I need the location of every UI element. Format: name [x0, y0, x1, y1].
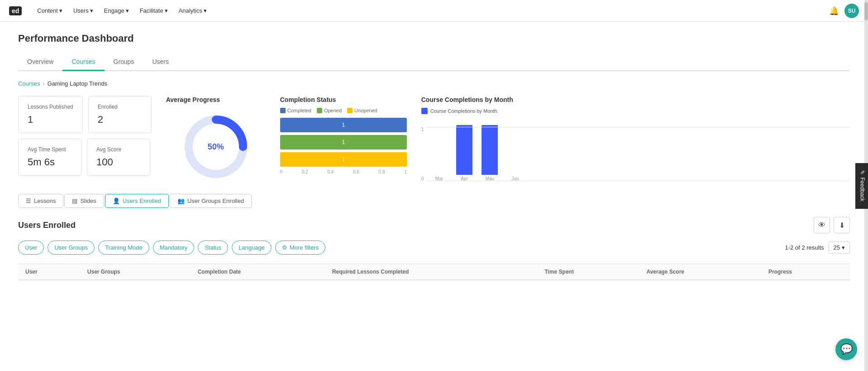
users-enrolled-table: User User Groups Completion Date Require…	[18, 264, 850, 280]
stat-lessons-published: Lessons Published 1	[18, 96, 83, 133]
nav-analytics[interactable]: Analytics ▾	[174, 5, 211, 17]
col-progress: Progress	[761, 264, 850, 280]
stat-avg-score-label: Avg Score	[96, 146, 141, 153]
bar-may-fill	[482, 125, 498, 175]
sub-tab-users-enrolled-label: Users Enrolled	[123, 198, 161, 204]
bar-track-unopened: 1	[280, 152, 407, 167]
stat-avg-score-value: 100	[96, 156, 141, 168]
filter-language-label: Language	[238, 244, 265, 251]
completion-status-title: Completion Status	[280, 96, 407, 103]
avatar[interactable]: SU	[844, 4, 859, 18]
grid-top	[426, 127, 850, 127]
page-size-select[interactable]: 25 ▾	[829, 241, 850, 254]
download-button[interactable]: ⬇	[834, 217, 850, 233]
stat-avg-time: Avg Time Spent 5m 6s	[18, 139, 81, 176]
col-required-lessons: Required Lessons Completed	[325, 264, 538, 280]
bar-jun: Jun	[507, 175, 523, 181]
legend-opened: Opened	[317, 108, 342, 113]
main-content: Performance Dashboard Overview Courses G…	[0, 22, 868, 371]
sub-tabs: ☰ Lessons ▤ Slides 👤 Users Enrolled 👥 Us…	[18, 194, 850, 208]
nav-content[interactable]: Content ▾	[33, 5, 67, 17]
bar-track-completed: 1	[280, 118, 407, 132]
y-axis: 1 0	[421, 127, 424, 181]
legend-opened-label: Opened	[324, 108, 342, 113]
sub-tab-lessons-label: Lessons	[34, 198, 56, 204]
nav-facilitate[interactable]: Facilitate ▾	[135, 5, 172, 17]
slides-icon: ▤	[72, 198, 77, 204]
legend-completed: Completed	[280, 108, 311, 113]
eye-icon: 👁	[818, 221, 825, 229]
feedback-button[interactable]: ✎ Feedback	[856, 163, 868, 208]
breadcrumb: Courses › Gaming Laptop Trends	[18, 80, 850, 87]
user-groups-icon: 👥	[177, 198, 185, 204]
stat-enrolled-label: Enrolled	[98, 104, 142, 110]
filter-status-button[interactable]: Status	[198, 241, 228, 255]
legend-unopened-dot	[347, 108, 353, 113]
bar-fill-unopened: 1	[280, 152, 407, 167]
sub-tab-user-groups-enrolled[interactable]: 👥 User Groups Enrolled	[170, 194, 252, 208]
nav-menu: Content ▾ Users ▾ Engage ▾ Facilitate ▾ …	[33, 5, 829, 17]
bar-fill-completed: 1	[280, 118, 407, 132]
legend-completed-dot	[280, 108, 286, 113]
legend-unopened-label: Unopened	[354, 108, 377, 113]
chat-icon: 💬	[840, 343, 853, 355]
tab-bar: Overview Courses Groups Users	[18, 53, 850, 71]
eye-toggle-button[interactable]: 👁	[814, 217, 830, 233]
filter-training-mode-label: Training Mode	[105, 244, 143, 251]
scrollbar-thumb[interactable]	[864, 2, 868, 20]
users-enrolled-icon: 👤	[113, 198, 120, 204]
vertical-bar-chart: 1 0 Mar Apr	[421, 118, 850, 181]
feedback-label: Feedback	[859, 177, 866, 201]
tab-courses[interactable]: Courses	[62, 53, 104, 71]
sub-tab-slides[interactable]: ▤ Slides	[64, 194, 104, 208]
completion-legend: Completed Opened Unopened	[280, 108, 407, 113]
filter-user-groups-button[interactable]: User Groups	[48, 241, 95, 255]
stat-lessons-label: Lessons Published	[28, 104, 73, 110]
tab-groups[interactable]: Groups	[105, 53, 143, 71]
chevron-down-icon: ▾	[842, 244, 845, 251]
table-header-row: User User Groups Completion Date Require…	[18, 264, 850, 280]
avg-progress-section: Average Progress 50%	[166, 96, 266, 183]
app-logo[interactable]: ed	[9, 6, 22, 15]
section-actions: 👁 ⬇	[814, 217, 850, 233]
bar-apr: Apr	[456, 125, 472, 181]
tab-overview[interactable]: Overview	[18, 53, 62, 71]
filter-status-label: Status	[205, 244, 221, 251]
completions-legend-label: Course Completions by Month	[430, 108, 497, 114]
bar-track-opened: 1	[280, 135, 407, 149]
notification-bell-icon[interactable]: 🔔	[829, 6, 839, 16]
nav-right: 🔔 SU	[829, 4, 859, 18]
x-axis: 0 0.2 0.4 0.6 0.8 1	[280, 169, 407, 174]
col-time-spent: Time Spent	[537, 264, 639, 280]
breadcrumb-parent[interactable]: Courses	[18, 80, 40, 87]
filter-more-label: More filters	[290, 244, 319, 251]
sub-tab-lessons[interactable]: ☰ Lessons	[18, 194, 63, 208]
sub-tab-user-groups-label: User Groups Enrolled	[187, 198, 244, 204]
nav-engage[interactable]: Engage ▾	[100, 5, 134, 17]
results-info: 1-2 of 2 results 25 ▾	[785, 241, 850, 254]
page-title: Performance Dashboard	[18, 33, 850, 44]
filter-user-button[interactable]: User	[18, 241, 44, 255]
filter-language-button[interactable]: Language	[232, 241, 272, 255]
tab-users[interactable]: Users	[143, 53, 178, 71]
filter-row: User User Groups Training Mode Mandatory…	[18, 241, 850, 255]
bar-may: May	[482, 125, 498, 181]
sub-tab-users-enrolled[interactable]: 👤 Users Enrolled	[105, 194, 169, 208]
breadcrumb-current: Gaming Laptop Trends	[48, 80, 107, 87]
legend-unopened: Unopened	[347, 108, 377, 113]
bar-apr-fill	[456, 125, 472, 175]
filter-more-filters-button[interactable]: ⚙ More filters	[275, 241, 325, 255]
sub-tab-slides-label: Slides	[80, 198, 96, 204]
feedback-icon: ✎	[859, 170, 866, 174]
bar-row-unopened: 1	[280, 152, 407, 167]
completion-bar-chart: 1 1 1 0 0.2 0.4 0.6	[280, 118, 407, 174]
filter-training-mode-button[interactable]: Training Mode	[98, 241, 149, 255]
stat-avg-score: Avg Score 100	[87, 139, 150, 176]
chat-button[interactable]: 💬	[835, 338, 857, 360]
filter-mandatory-button[interactable]: Mandatory	[153, 241, 194, 255]
bars-container: Mar Apr May Jun	[426, 127, 850, 181]
page-size-value: 25	[834, 244, 840, 251]
course-completions-title: Course Completions by Month	[421, 96, 850, 103]
completions-legend-dot	[421, 108, 428, 114]
nav-users[interactable]: Users ▾	[69, 5, 98, 17]
